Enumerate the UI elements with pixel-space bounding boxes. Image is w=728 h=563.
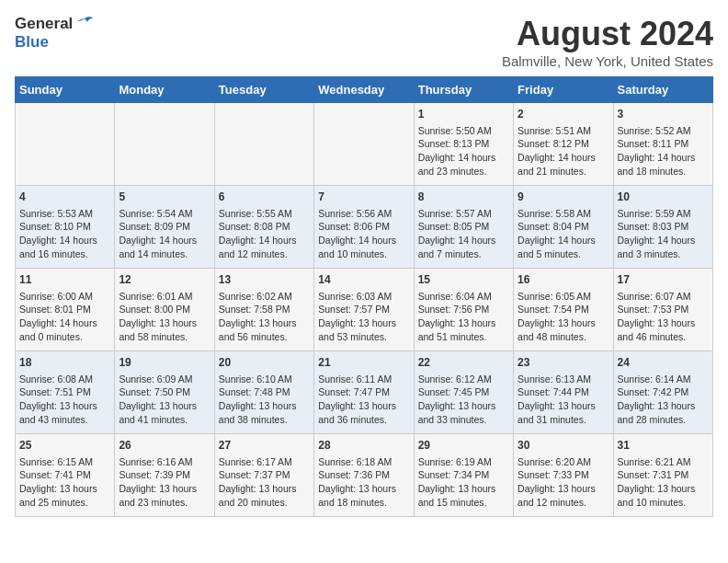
day-info: Daylight: 13 hours (418, 399, 509, 413)
day-info: Daylight: 13 hours (518, 482, 609, 496)
day-info: Sunset: 7:54 PM (518, 303, 609, 316)
day-number: 18 (19, 355, 110, 371)
day-info: Sunset: 8:04 PM (518, 220, 609, 234)
day-info: Sunset: 7:58 PM (219, 303, 310, 316)
calendar-cell: 28Sunrise: 6:18 AMSunset: 7:36 PMDayligh… (314, 434, 414, 517)
calendar-cell (16, 103, 115, 186)
day-number: 7 (318, 190, 409, 205)
day-info: and 36 minutes. (318, 413, 409, 427)
day-number: 16 (518, 272, 609, 288)
day-info: Sunset: 7:56 PM (418, 303, 509, 316)
day-header-tuesday: Tuesday (214, 77, 313, 103)
week-row-5: 25Sunrise: 6:15 AMSunset: 7:41 PMDayligh… (16, 434, 713, 517)
day-number: 13 (219, 272, 310, 288)
day-number: 5 (119, 190, 210, 205)
day-info: Sunset: 8:01 PM (19, 303, 110, 316)
day-number: 26 (119, 438, 210, 454)
day-info: and 7 minutes. (418, 247, 509, 261)
day-info: Daylight: 14 hours (318, 234, 409, 247)
day-info: Daylight: 14 hours (518, 234, 609, 247)
day-info: Sunrise: 6:17 AM (219, 455, 310, 469)
day-info: and 25 minutes. (19, 496, 110, 510)
day-info: Sunrise: 5:53 AM (19, 207, 110, 221)
day-info: and 43 minutes. (19, 413, 110, 427)
calendar-cell: 11Sunrise: 6:00 AMSunset: 8:01 PMDayligh… (16, 269, 115, 351)
day-info: Sunrise: 5:55 AM (219, 207, 310, 221)
calendar-cell: 30Sunrise: 6:20 AMSunset: 7:33 PMDayligh… (514, 434, 613, 517)
day-number: 21 (318, 355, 409, 371)
day-info: Daylight: 13 hours (318, 316, 409, 330)
day-info: and 31 minutes. (518, 413, 609, 427)
calendar-cell: 22Sunrise: 6:12 AMSunset: 7:45 PMDayligh… (414, 351, 513, 434)
day-info: Sunrise: 6:10 AM (219, 373, 310, 386)
day-number: 25 (19, 438, 110, 454)
week-row-2: 4Sunrise: 5:53 AMSunset: 8:10 PMDaylight… (16, 186, 713, 269)
calendar-cell: 25Sunrise: 6:15 AMSunset: 7:41 PMDayligh… (16, 434, 115, 517)
calendar-cell: 10Sunrise: 5:59 AMSunset: 8:03 PMDayligh… (613, 186, 712, 269)
day-info: Sunrise: 6:14 AM (618, 373, 709, 386)
day-header-wednesday: Wednesday (314, 77, 414, 103)
calendar-cell: 20Sunrise: 6:10 AMSunset: 7:48 PMDayligh… (214, 351, 313, 434)
day-info: Sunset: 7:39 PM (119, 468, 210, 482)
calendar-cell: 5Sunrise: 5:54 AMSunset: 8:09 PMDaylight… (115, 186, 214, 269)
day-info: Sunrise: 5:57 AM (418, 207, 509, 221)
day-info: Sunrise: 6:13 AM (518, 373, 609, 386)
day-info: Sunset: 7:34 PM (418, 468, 509, 482)
day-info: Sunrise: 6:01 AM (119, 290, 210, 304)
day-header-monday: Monday (115, 77, 214, 103)
day-info: Daylight: 13 hours (518, 316, 609, 330)
day-info: Daylight: 14 hours (418, 151, 509, 165)
day-info: Daylight: 14 hours (418, 234, 509, 247)
day-info: and 3 minutes. (618, 247, 709, 261)
day-info: Sunrise: 5:51 AM (518, 124, 609, 138)
month-title: August 2024 (502, 15, 713, 53)
day-info: and 46 minutes. (618, 330, 709, 344)
day-number: 6 (219, 190, 310, 205)
day-info: Sunrise: 6:12 AM (418, 373, 509, 386)
day-info: Daylight: 14 hours (119, 234, 210, 247)
calendar-cell (214, 103, 313, 186)
day-info: Sunrise: 6:03 AM (318, 290, 409, 304)
calendar-cell: 31Sunrise: 6:21 AMSunset: 7:31 PMDayligh… (613, 434, 712, 517)
day-header-friday: Friday (514, 77, 613, 103)
day-info: Daylight: 13 hours (19, 482, 110, 496)
day-info: and 33 minutes. (418, 413, 509, 427)
day-info: Daylight: 13 hours (418, 482, 509, 496)
day-number: 30 (518, 438, 609, 454)
day-info: Sunrise: 5:58 AM (518, 207, 609, 221)
day-info: and 23 minutes. (119, 496, 210, 510)
day-info: Sunrise: 6:20 AM (518, 455, 609, 469)
location: Balmville, New York, United States (502, 53, 713, 69)
day-header-saturday: Saturday (613, 77, 712, 103)
calendar-cell: 21Sunrise: 6:11 AMSunset: 7:47 PMDayligh… (314, 351, 414, 434)
day-info: Daylight: 13 hours (219, 399, 310, 413)
day-info: Sunrise: 5:56 AM (318, 207, 409, 221)
day-info: Daylight: 14 hours (19, 234, 110, 247)
day-info: Sunset: 7:53 PM (618, 303, 709, 316)
day-number: 31 (618, 438, 709, 454)
day-info: Sunrise: 6:00 AM (19, 290, 110, 304)
day-info: Sunrise: 6:19 AM (418, 455, 509, 469)
day-info: Sunset: 7:41 PM (19, 468, 110, 482)
calendar-cell: 2Sunrise: 5:51 AMSunset: 8:12 PMDaylight… (514, 103, 613, 186)
day-info: Daylight: 13 hours (518, 399, 609, 413)
calendar-cell: 24Sunrise: 6:14 AMSunset: 7:42 PMDayligh… (613, 351, 712, 434)
day-info: Sunrise: 6:16 AM (119, 455, 210, 469)
day-info: Sunset: 8:12 PM (518, 137, 609, 151)
day-number: 23 (518, 355, 609, 371)
calendar-cell: 23Sunrise: 6:13 AMSunset: 7:44 PMDayligh… (514, 351, 613, 434)
logo: General Blue (15, 15, 95, 52)
day-number: 10 (618, 190, 709, 205)
day-info: Daylight: 13 hours (318, 482, 409, 496)
calendar-cell: 15Sunrise: 6:04 AMSunset: 7:56 PMDayligh… (414, 269, 513, 351)
day-info: Sunset: 7:57 PM (318, 303, 409, 316)
calendar-cell: 17Sunrise: 6:07 AMSunset: 7:53 PMDayligh… (613, 269, 712, 351)
day-info: and 48 minutes. (518, 330, 609, 344)
calendar-cell: 8Sunrise: 5:57 AMSunset: 8:05 PMDaylight… (414, 186, 513, 269)
day-info: and 21 minutes. (518, 165, 609, 178)
day-info: and 14 minutes. (119, 247, 210, 261)
day-number: 28 (318, 438, 409, 454)
day-number: 29 (418, 438, 509, 454)
calendar-cell: 27Sunrise: 6:17 AMSunset: 7:37 PMDayligh… (214, 434, 313, 517)
day-info: Daylight: 14 hours (518, 151, 609, 165)
